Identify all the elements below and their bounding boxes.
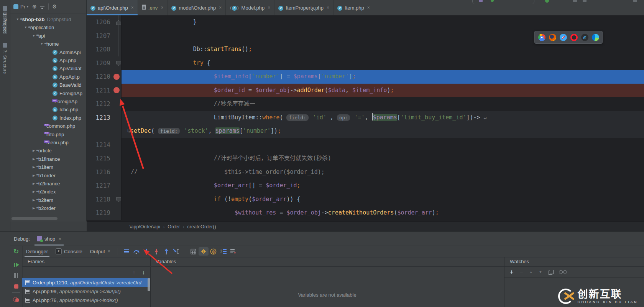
code-line-wrap[interactable]: ↳setDec( field: 'stock', $params['number… [87, 124, 644, 138]
code-text[interactable]: $item_info['number'] = $params['number']… [122, 70, 644, 84]
code-text[interactable]: if (!empty($order_arr)) { [122, 193, 644, 206]
code-text[interactable]: //秒杀库存减一 [122, 97, 644, 111]
breakpoint-icon[interactable] [113, 74, 120, 80]
code-line-1219[interactable]: 1219 $without_res = $order_obj->createWi… [87, 206, 644, 220]
chevron-right-icon[interactable]: ▶ [31, 206, 36, 210]
close-icon[interactable]: × [268, 5, 270, 10]
at-circle-icon[interactable]: @ [209, 247, 219, 256]
tree-item-b2item[interactable]: ▶b2item [10, 196, 86, 204]
locate-icon[interactable]: ⊕ [32, 3, 37, 10]
chevron-down-icon[interactable]: ▼ [15, 18, 20, 21]
step-over-icon[interactable] [131, 247, 141, 256]
tree-item-b2finance[interactable]: ▶b2finance [10, 180, 86, 188]
code-line-1211[interactable]: 1211 $order_id = $order_obj->addOrder($d… [87, 84, 644, 97]
edge-icon[interactable] [592, 34, 599, 41]
code-text[interactable]: $order_id = $order_obj->addOrder($data, … [122, 84, 644, 97]
pause-icon[interactable] [12, 272, 20, 279]
glasses-icon[interactable] [559, 270, 567, 274]
code-text[interactable] [122, 138, 644, 152]
code-line-1218[interactable]: 1218 if (!empty($order_arr)) { [87, 193, 644, 206]
breadcrumb-item[interactable]: Order [168, 224, 180, 229]
code-text[interactable]: $without_res = $order_obj->createWithout… [122, 206, 644, 220]
hide-icon[interactable]: — [60, 3, 65, 10]
tab-model-order-php[interactable]: cmodel\Order.php× [168, 0, 226, 15]
code-line-1214[interactable]: 1214 [87, 138, 644, 152]
chevron-right-icon[interactable]: ▶ [31, 190, 36, 193]
safari-icon[interactable] [560, 34, 567, 41]
code-line-1215[interactable]: 1215 //计时半个小时后，订单不支付就失效(秒杀) [87, 152, 644, 165]
firefox-icon[interactable] [549, 34, 556, 41]
step-into-icon[interactable] [141, 247, 151, 256]
code-text[interactable]: } [122, 15, 644, 29]
chevron-right-icon[interactable]: ▶ [31, 174, 36, 177]
code-line-1209[interactable]: 1209 try { [87, 56, 644, 70]
tree-item-icbc-php[interactable]: cIcbc.php [10, 106, 86, 114]
editor-gutter[interactable]: 1211 [87, 84, 122, 97]
collapse-all-icon[interactable] [40, 4, 45, 9]
gear-icon[interactable]: ⚙ [52, 3, 57, 10]
fold-marker-icon[interactable] [116, 20, 121, 25]
tree-item-foreignap[interactable]: ForeignAp [10, 97, 86, 106]
debug-button[interactable] [573, 0, 577, 2]
tab-item-php[interactable]: cItem.php× [334, 0, 374, 15]
ie-icon[interactable]: e [581, 34, 588, 41]
tab--env[interactable]: .env× [138, 0, 168, 15]
coverage-button[interactable] [583, 0, 586, 2]
editor-gutter[interactable]: 1213 [87, 111, 122, 125]
editor-gutter[interactable]: 1218 [87, 193, 122, 206]
code-line-1213[interactable]: 1213 LimitBuyItem::where( field: 'id' , … [87, 111, 644, 125]
menu-icon[interactable] [122, 247, 131, 256]
fold-marker-icon[interactable] [116, 197, 121, 202]
tree-item-b2order[interactable]: ▶b2order [10, 204, 86, 212]
php-console-icon[interactable]: c [199, 247, 209, 256]
copy-icon[interactable] [549, 270, 553, 274]
tree-item-article[interactable]: ▶article [10, 147, 86, 155]
tree-item-api-php[interactable]: cApi.php [10, 56, 86, 64]
tree-item-adminapi[interactable]: cAdminApi [10, 48, 86, 56]
run-to-cursor-icon[interactable] [171, 247, 181, 256]
frame-row[interactable]: Api.php:99,app\api\home\Api->callApi() [22, 287, 150, 296]
tree-item-shop-b2b[interactable]: ▼shop-b2bD:\phpstud [10, 15, 86, 23]
debug-session-tab[interactable]: shop × [34, 232, 64, 246]
fold-marker-icon[interactable] [116, 61, 121, 66]
code-text[interactable]: Db::startTrans(); [122, 43, 644, 56]
project-view-combo[interactable]: Pr ▼ [13, 4, 29, 10]
add-watch-icon[interactable] [228, 247, 238, 256]
breakpoint-icon[interactable] [113, 87, 120, 93]
tab-model-php[interactable]: (c)Model.php× [226, 0, 274, 15]
tab-api-order-php[interactable]: capi\Order.php× [87, 0, 138, 15]
editor-gutter[interactable]: 1209 [87, 56, 122, 70]
tree-item-home[interactable]: ▼home [10, 40, 86, 48]
chevron-down-icon[interactable]: ▼ [23, 26, 28, 29]
tab-itemproperty-php[interactable]: cItemProperty.php× [274, 0, 334, 15]
editor-gutter[interactable]: 1219 [87, 206, 122, 220]
editor-gutter[interactable]: 1215 [87, 152, 122, 165]
close-icon[interactable]: × [367, 5, 370, 10]
vertical-scrollbar[interactable] [148, 278, 150, 291]
close-icon[interactable]: × [327, 5, 329, 10]
tab-debugger[interactable]: Debugger [22, 246, 52, 257]
opera-icon[interactable] [570, 34, 578, 41]
tree-item-menu-php[interactable]: menu.php [10, 139, 86, 147]
editor-gutter[interactable]: 1206 [87, 15, 122, 29]
move-down-icon[interactable]: ▼ [539, 271, 542, 274]
tree-item-b1order[interactable]: ▶b1order [10, 172, 86, 180]
tree-item-application[interactable]: ▼application [10, 23, 86, 31]
breadcrumb-item[interactable]: \app\Order\api [130, 224, 160, 229]
chevron-right-icon[interactable]: ▶ [31, 157, 36, 161]
editor-gutter[interactable]: 1207 [87, 29, 122, 43]
editor-gutter[interactable]: 1208 [87, 43, 122, 56]
inline-values-icon[interactable]: 12 [219, 247, 228, 256]
close-icon[interactable]: × [161, 5, 163, 10]
remove-watch-icon[interactable]: − [519, 269, 523, 275]
editor-gutter[interactable]: 1214 [87, 138, 122, 152]
chevron-right-icon[interactable]: ▶ [31, 182, 36, 185]
close-icon[interactable]: × [58, 236, 61, 242]
gear-icon[interactable] [633, 0, 637, 2]
code-text[interactable]: ↳setDec( field: 'stock', $params['number… [122, 124, 644, 138]
editor-gutter[interactable]: 1216 [87, 165, 122, 179]
code-text[interactable]: //计时半个小时后，订单不支付就失效(秒杀) [122, 152, 644, 165]
code-line-1212[interactable]: 1212 //秒杀库存减一 [87, 97, 644, 111]
tree-item-foreignap[interactable]: cForeignAp [10, 89, 86, 97]
tree-item-b1item[interactable]: ▶b1item [10, 163, 86, 171]
